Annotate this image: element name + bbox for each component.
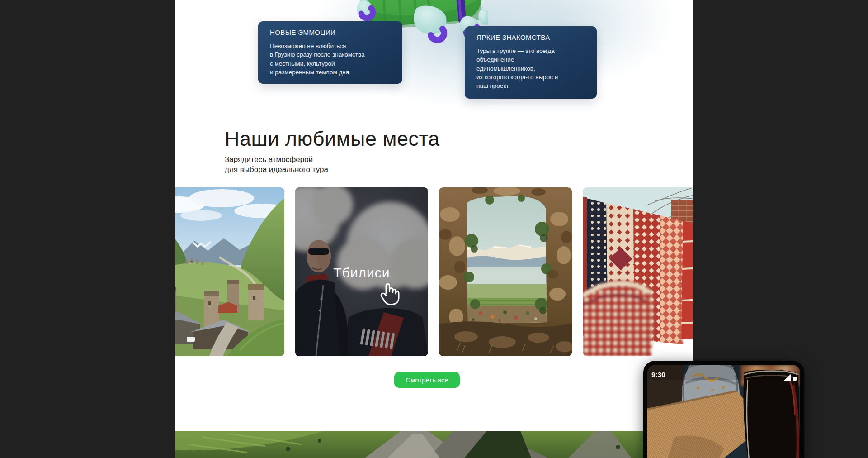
next-section-image <box>175 431 693 458</box>
place-card-label: Тбилиси <box>295 265 428 281</box>
phone-screen: 9:30 <box>647 365 800 458</box>
desktop-screen: НОВЫЕ ЭММОЦИИ Невозможно не влюбиться в … <box>0 0 868 458</box>
hero-card-text: Невозможно не влюбиться в Грузию сразу п… <box>270 42 391 76</box>
hero-card-new-emotions: НОВЫЕ ЭММОЦИИ Невозможно не влюбиться в … <box>258 21 402 84</box>
status-bar-time: 9:30 <box>651 371 665 378</box>
battery-icon <box>793 377 797 381</box>
place-card-mountain-village[interactable] <box>175 187 284 356</box>
signal-icon <box>784 374 791 381</box>
status-bar-icons <box>784 374 797 381</box>
places-carousel: Тбилиси <box>175 187 693 356</box>
section-title: Наши любимые места <box>225 127 440 151</box>
place-card-carpets[interactable] <box>583 187 693 356</box>
phone-overlay-window[interactable]: 9:30 <box>643 361 804 458</box>
tap-hand-cursor-icon <box>379 281 400 307</box>
site-content: НОВЫЕ ЭММОЦИИ Невозможно не влюбиться в … <box>175 0 693 458</box>
hero-card-text: Туры в группе — это всегда объединение е… <box>476 47 585 90</box>
hero-card-title: ЯРКИЕ ЗНАКОМСТВА <box>476 33 585 41</box>
phone-video-frame <box>647 365 800 458</box>
hero-card-bright-meetings: ЯРКИЕ ЗНАКОМСТВА Туры в группе — это все… <box>465 26 597 99</box>
see-all-button[interactable]: Смотреть все <box>394 372 460 388</box>
section-subtitle: Зарядитесь атмосферой для выбора идеальн… <box>225 155 328 175</box>
hero-card-title: НОВЫЕ ЭММОЦИИ <box>270 29 391 36</box>
place-card-stone-arch[interactable] <box>439 187 572 356</box>
place-card-tbilisi[interactable]: Тбилиси <box>295 187 428 356</box>
